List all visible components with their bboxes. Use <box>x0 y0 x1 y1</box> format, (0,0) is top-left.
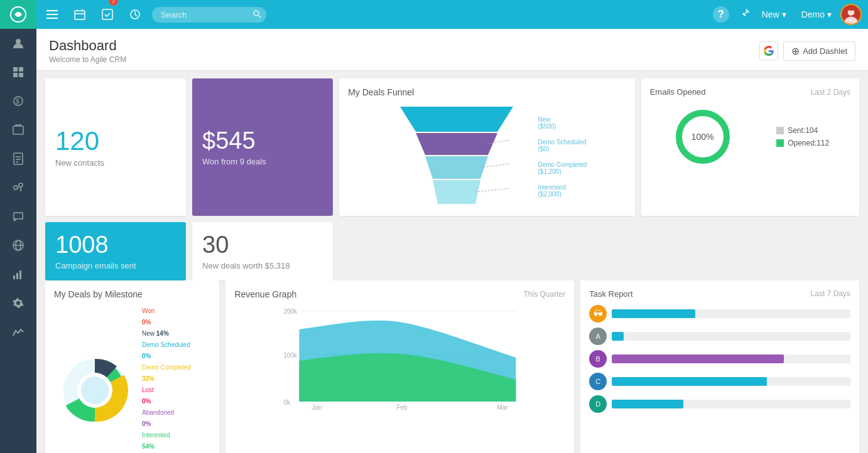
task-bar-fill-4 <box>612 400 683 408</box>
plus-icon: ⊕ <box>791 45 800 57</box>
search-input[interactable] <box>152 7 252 23</box>
revenue-chart: 200k 100k 0k Jan Feb Mar <box>234 304 565 411</box>
milestone-lost: Lost0% <box>142 385 191 407</box>
new-contacts-number: 120 <box>55 127 176 156</box>
opened-dot <box>776 139 784 147</box>
task-avatar-2: B <box>589 350 607 368</box>
page-subtitle: Welcome to Agile CRM <box>49 55 126 64</box>
emails-opened-card: Emails Opened Last 2 Days 100% <box>641 78 859 216</box>
new-deals-number: 30 <box>202 232 323 258</box>
task-report-card: Task Report Last 7 Days 🕶 A <box>580 280 859 453</box>
google-connect-button[interactable] <box>759 41 778 60</box>
task-row-1: A <box>589 328 850 345</box>
revenue-title: Revenue Graph <box>234 289 296 299</box>
left-sidebar: $ <box>0 0 36 453</box>
main-area: 7 ? New ▾ Demo ▾ <box>36 0 868 453</box>
svg-rect-5 <box>19 73 23 77</box>
sidebar-icon-reports[interactable] <box>0 173 36 202</box>
svg-rect-3 <box>19 67 23 72</box>
svg-marker-36 <box>400 107 513 132</box>
svg-line-31 <box>259 15 261 18</box>
task-bar-bg-1 <box>612 332 850 341</box>
sidebar-icon-documents[interactable] <box>0 144 36 173</box>
milestone-card: My Deals by Milestone <box>45 280 219 453</box>
task-bar-fill-0 <box>612 309 695 318</box>
svg-marker-39 <box>433 180 480 204</box>
app-logo[interactable] <box>0 0 36 29</box>
task-bar-bg-2 <box>612 354 850 363</box>
svg-marker-37 <box>416 133 497 155</box>
sidebar-icon-reports2[interactable] <box>0 260 36 289</box>
sidebar-icon-projects[interactable] <box>0 115 36 144</box>
svg-rect-9 <box>14 153 23 164</box>
milestone-new: New 14% <box>142 328 191 339</box>
nav-history-icon[interactable] <box>126 0 144 29</box>
sidebar-icon-analytics[interactable] <box>0 317 36 346</box>
svg-rect-4 <box>13 73 18 77</box>
revenue-card: Revenue Graph This Quarter 200k 100k 0k <box>225 280 574 453</box>
pin-icon[interactable] <box>741 8 751 21</box>
stats-row-2: 1008 Campaign emails sent 30 New deals w… <box>36 216 868 280</box>
svg-text:$: $ <box>16 98 19 105</box>
svg-rect-8 <box>13 126 23 134</box>
svg-rect-21 <box>46 10 58 11</box>
svg-rect-19 <box>16 273 18 279</box>
sidebar-icon-globe[interactable] <box>0 231 36 260</box>
task-avatar-1: A <box>589 328 607 345</box>
campaign-emails-card: 1008 Campaign emails sent <box>45 222 186 280</box>
help-icon[interactable]: ? <box>713 6 729 23</box>
won-deals-card: $545 Won from 9 deals <box>192 78 333 216</box>
svg-point-14 <box>19 183 23 187</box>
milestone-pie <box>54 349 136 431</box>
sidebar-icon-deals[interactable]: $ <box>0 87 36 115</box>
add-dashlet-button[interactable]: ⊕ Add Dashlet <box>783 41 855 61</box>
top-nav: 7 ? New ▾ Demo ▾ <box>36 0 868 29</box>
svg-marker-38 <box>425 156 488 179</box>
milestone-abandoned: Abandoned0% <box>142 407 191 430</box>
sidebar-icon-dashboard[interactable] <box>0 58 36 87</box>
funnel-svg <box>388 104 526 207</box>
svg-rect-2 <box>13 67 18 72</box>
nav-list-icon[interactable] <box>43 0 62 29</box>
task-avatar-3: C <box>589 373 607 390</box>
funnel-label-demo-scheduled: Demo Scheduled($0) <box>538 139 587 152</box>
svg-rect-35 <box>847 8 855 10</box>
emails-period: Last 2 Days <box>811 88 850 97</box>
nav-calendar-icon[interactable] <box>70 0 89 29</box>
sent-dot <box>776 127 784 134</box>
svg-text:100k: 100k <box>284 352 298 359</box>
task-row-4: D <box>589 395 850 413</box>
user-avatar[interactable] <box>840 4 862 25</box>
svg-rect-22 <box>46 14 58 15</box>
task-avatar-4: D <box>589 395 607 413</box>
svg-point-30 <box>254 11 259 16</box>
sidebar-icon-settings[interactable] <box>0 289 36 317</box>
nav-tasks-icon[interactable]: 7 <box>98 0 117 29</box>
sidebar-icon-chat[interactable] <box>0 202 36 231</box>
demo-button[interactable]: Demo ▾ <box>798 7 835 22</box>
task-report-period: Last 7 Days <box>811 289 850 298</box>
donut-percent: 100% <box>692 132 714 142</box>
won-amount: $545 <box>202 128 323 154</box>
task-row-3: C <box>589 373 850 390</box>
svg-text:Jan: Jan <box>312 404 322 411</box>
sidebar-icon-contacts[interactable] <box>0 29 36 58</box>
page-header: Dashboard Welcome to Agile CRM ⊕ Add Das… <box>36 29 868 71</box>
funnel-label-new: New($500) <box>538 116 587 130</box>
task-bar-fill-2 <box>612 354 783 363</box>
revenue-period: This Quarter <box>523 290 565 299</box>
task-report-title: Task Report <box>589 289 632 299</box>
won-label: Won from 9 deals <box>202 157 323 166</box>
task-bar-fill-3 <box>612 377 767 386</box>
funnel-title: My Deals Funnel <box>348 87 626 97</box>
deals-funnel-card: My Deals Funnel <box>339 78 635 216</box>
row2: My Deals by Milestone <box>36 280 868 453</box>
campaign-number: 1008 <box>55 232 176 258</box>
page-title: Dashboard <box>49 38 126 54</box>
dashboard-content: Dashboard Welcome to Agile CRM ⊕ Add Das… <box>36 29 868 453</box>
tasks-badge: 7 <box>109 0 118 6</box>
new-button[interactable]: New ▾ <box>756 7 793 22</box>
search-wrap <box>152 7 266 23</box>
task-bar-bg-4 <box>612 400 850 408</box>
new-contacts-card: 120 New contacts <box>45 78 186 216</box>
